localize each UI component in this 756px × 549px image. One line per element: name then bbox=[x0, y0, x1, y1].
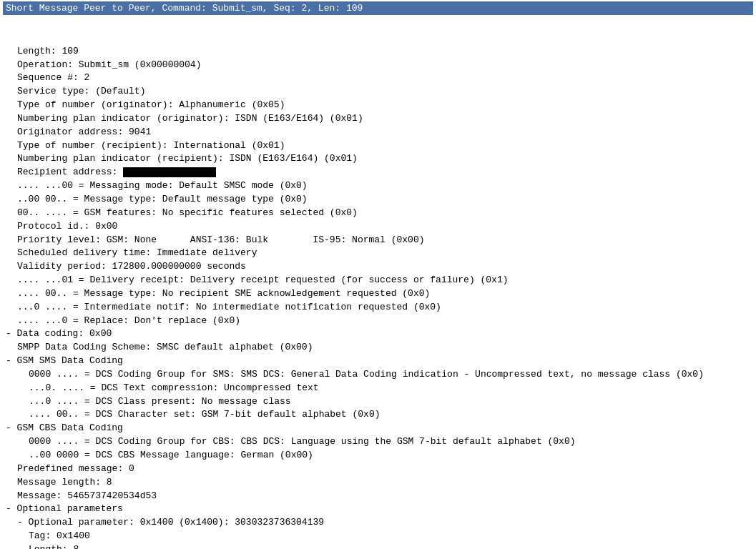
content-line: SMPP Data Coding Scheme: SMSC default al… bbox=[6, 341, 750, 355]
content-line: Message: 5465737420534d53 bbox=[6, 490, 750, 503]
collapse-icon[interactable]: - bbox=[6, 503, 17, 514]
collapse-icon[interactable]: - bbox=[6, 422, 17, 433]
line-text: Data coding: 0x00 bbox=[17, 328, 112, 339]
content-line: Predefined message: 0 bbox=[6, 463, 750, 476]
content-line: 00.. .... = GSM features: No specific fe… bbox=[6, 207, 750, 220]
content-line: Originator address: 9041 bbox=[6, 126, 750, 139]
content-line: Scheduled delivery time: Immediate deliv… bbox=[6, 247, 750, 260]
line-text: Optional parameter: 0x1400 (0x1400): 303… bbox=[29, 517, 324, 528]
line-text: Optional parameters bbox=[17, 503, 123, 514]
content-line: Protocol id.: 0x00 bbox=[6, 220, 750, 234]
content-line: Validity period: 172800.000000000 second… bbox=[6, 260, 750, 274]
content-line: - Optional parameters bbox=[6, 503, 750, 516]
content-line: Length: 8 bbox=[6, 543, 750, 549]
content-line: - GSM SMS Data Coding bbox=[6, 355, 750, 368]
content-line: Type of number (recipient): Internationa… bbox=[6, 139, 750, 153]
content-line: Operation: Submit_sm (0x00000004) bbox=[6, 59, 750, 72]
collapse-icon[interactable]: - bbox=[6, 328, 17, 339]
content-line: .... ...0 = Replace: Don't replace (0x0) bbox=[6, 315, 750, 328]
redacted-value bbox=[123, 167, 216, 177]
content-line: - Data coding: 0x00 bbox=[6, 327, 750, 341]
content-line: Recipient address: bbox=[6, 166, 750, 179]
content-line: .... 00.. = Message type: No recipient S… bbox=[6, 287, 750, 301]
content-line: 0000 .... = DCS Coding Group for CBS: CB… bbox=[6, 435, 750, 449]
content-area: Length: 109Operation: Submit_sm (0x00000… bbox=[3, 16, 753, 549]
content-line: Length: 109 bbox=[6, 45, 750, 59]
content-line: ...0 .... = Intermediate notif: No inter… bbox=[6, 301, 750, 315]
content-line: Type of number (originator): Alphanumeri… bbox=[6, 99, 750, 112]
content-line: - Optional parameter: 0x1400 (0x1400): 3… bbox=[6, 516, 750, 530]
content-line: .... 00.. = DCS Character set: GSM 7-bit… bbox=[6, 408, 750, 422]
content-line: Numbering plan indicator (originator): I… bbox=[6, 112, 750, 126]
content-line: Tag: 0x1400 bbox=[6, 530, 750, 543]
line-text: GSM CBS Data Coding bbox=[17, 422, 123, 433]
content-line: ...0. .... = DCS Text compression: Uncom… bbox=[6, 382, 750, 395]
content-line: ..00 0000 = DCS CBS Message language: Ge… bbox=[6, 449, 750, 463]
content-line: Sequence #: 2 bbox=[6, 71, 750, 85]
content-line: - GSM CBS Data Coding bbox=[6, 422, 750, 435]
content-line: Priority level: GSM: None ANSI-136: Bulk… bbox=[6, 234, 750, 247]
content-line: ...0 .... = DCS Class present: No messag… bbox=[6, 395, 750, 409]
line-text: GSM SMS Data Coding bbox=[17, 355, 123, 366]
collapse-icon[interactable]: - bbox=[6, 355, 17, 366]
header-title: Short Message Peer to Peer, Command: Sub… bbox=[6, 3, 363, 14]
content-line: 0000 .... = DCS Coding Group for SMS: SM… bbox=[6, 368, 750, 382]
collapse-icon[interactable]: - bbox=[17, 517, 29, 528]
content-line: ..00 00.. = Message type: Default messag… bbox=[6, 193, 750, 207]
line-text: Recipient address: bbox=[17, 167, 123, 177]
main-container: Short Message Peer to Peer, Command: Sub… bbox=[0, 0, 756, 549]
content-line: .... ...00 = Messaging mode: Default SMS… bbox=[6, 179, 750, 193]
content-line: Numbering plan indicator (recipient): IS… bbox=[6, 152, 750, 166]
content-line: .... ...01 = Delivery receipt: Delivery … bbox=[6, 274, 750, 287]
content-line: Service type: (Default) bbox=[6, 85, 750, 99]
header-bar: Short Message Peer to Peer, Command: Sub… bbox=[3, 1, 753, 15]
content-line: Message length: 8 bbox=[6, 476, 750, 490]
